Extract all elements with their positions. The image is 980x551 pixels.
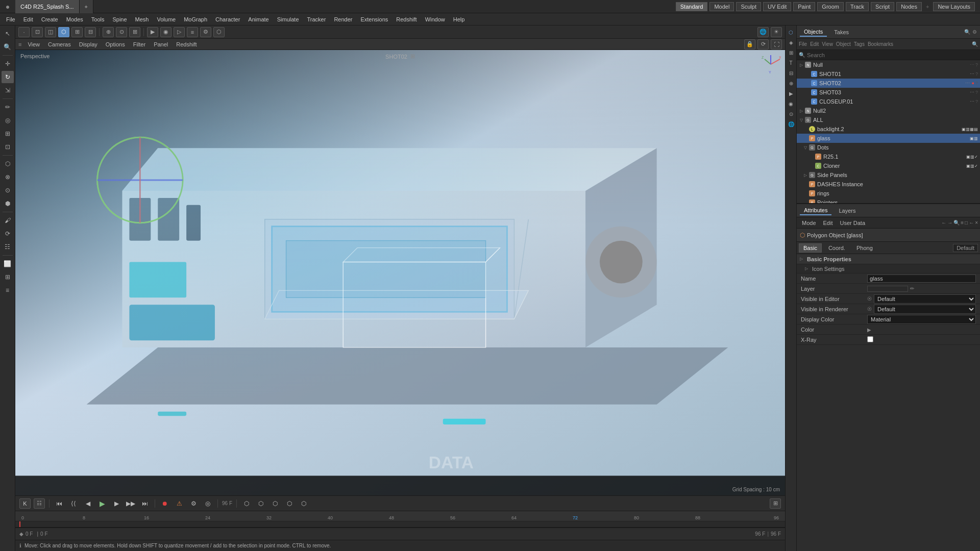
expand-icon[interactable]: ▷ [799,62,804,67]
basic-properties-section[interactable]: ▷ Basic Properties [797,254,980,264]
objects-settings-icon[interactable]: ⚙ [972,29,977,35]
subbar-options[interactable]: Options [104,41,127,47]
list-item[interactable]: P DASHES Instance [797,180,980,189]
record-active[interactable]: ⏺ [159,498,170,509]
layout-model[interactable]: Model [709,2,734,11]
attributes-tab[interactable]: Attributes [800,206,831,215]
tool-floor[interactable]: ⬜ [2,258,14,270]
auto-key[interactable]: K [19,498,31,509]
attr-pin-icon[interactable]: ← [969,220,974,226]
vis-editor-toggle[interactable]: ☉ [867,296,872,302]
list-item[interactable]: ▷ G Side Panels [797,170,980,180]
render-all[interactable]: ▷ [174,27,185,37]
keyframe-area[interactable] [15,521,785,528]
tool-camera-extra[interactable]: ⊞ [2,271,14,283]
menu-extensions[interactable]: Extensions [356,15,392,23]
timeline-extra-5[interactable]: ⬡ [298,498,309,509]
subbar-filter[interactable]: Filter [131,41,148,47]
layout-paint[interactable]: Paint [793,2,815,11]
tab-coord[interactable]: Coord. [824,243,850,253]
list-item[interactable]: C CLOSEUP.01 ⋯ ? [797,97,980,106]
objects-tab[interactable]: Objects [800,28,827,37]
menu-mesh[interactable]: Mesh [131,15,153,23]
menu-volume[interactable]: Volume [153,15,180,23]
viewport-menu-icon[interactable]: ≡ [18,41,21,47]
list-item[interactable]: ▽ G Dots [797,143,980,152]
subbar-view[interactable]: View [26,41,42,47]
menu-mograph[interactable]: MoGraph [180,15,211,23]
layout-script[interactable]: Script [871,2,894,11]
edges-mode[interactable]: ⊡ [32,27,43,37]
tool-move[interactable]: ✛ [2,58,14,70]
menu-edit[interactable]: Edit [19,15,37,23]
attr-close-icon[interactable]: × [975,220,978,226]
points-mode[interactable]: · [18,27,30,37]
last-frame-btn[interactable]: ⏭ [139,498,151,509]
subbar-cameras[interactable]: Cameras [46,41,73,47]
main-tab[interactable]: C4D R25_Splash S... [15,0,80,13]
menu-character[interactable]: Character [211,15,244,23]
object-mode[interactable]: ⬡ [58,27,69,37]
layout-uvedit[interactable]: UV Edit [763,2,791,11]
layout-nodes[interactable]: Nodes [896,2,922,11]
menu-tools[interactable]: Tools [87,15,109,23]
menu-tracker[interactable]: Tracker [303,15,330,23]
motion-clip[interactable]: ◎ [202,498,213,509]
layer-swatch[interactable] [867,286,908,292]
next-key-btn[interactable]: ▶▶ [125,498,136,509]
viewport-icon[interactable]: ◉ [787,99,796,108]
list-item[interactable]: ▽ G ALL [797,115,980,124]
workplane[interactable]: ⊟ [85,27,96,37]
timeline-extra-4[interactable]: ⬡ [284,498,295,509]
attr-mode[interactable]: Mode [799,219,819,227]
tool-ring-select[interactable]: ⊡ [2,141,14,153]
prev-frame-btn[interactable]: ◀ [82,498,93,509]
tool-extrude[interactable]: ⬡ [2,158,14,170]
redshift-render[interactable]: ⬡ [213,27,225,37]
coord-icon[interactable]: ⊕ [787,79,796,88]
list-item[interactable]: ▷ N Null ⋯ ? [797,60,980,69]
attr-forward-icon[interactable]: → [947,220,952,226]
timeline-icon[interactable]: ⊞ [787,48,796,57]
search-objects-icon[interactable]: 🔍 [964,29,970,35]
obj-view-label[interactable]: View [822,41,833,47]
tool-align[interactable]: ≡ [2,284,14,296]
snap-enable[interactable]: ⊕ [103,27,114,37]
menu-animate[interactable]: Animate [244,15,273,23]
default-label[interactable]: Default [953,244,978,252]
layout-sculpt[interactable]: Sculpt [736,2,761,11]
play-btn[interactable]: ▶ [96,498,108,509]
subbar-panel[interactable]: Panel [152,41,170,47]
world-view-icon[interactable]: 🌐 [787,119,796,129]
list-item[interactable]: L backlight.2 ▣▥▦▤ [797,124,980,134]
render-queue[interactable]: ≡ [187,27,198,37]
tool-bevel[interactable]: ⬢ [2,197,14,210]
tab-basic[interactable]: Basic [799,243,822,253]
material-icon[interactable]: ◈ [787,38,796,47]
layers-tab[interactable]: Layers [835,207,860,215]
menu-help[interactable]: Help [449,15,469,23]
new-tab-button[interactable]: + [80,0,93,13]
attr-userdata[interactable]: User Data [837,219,869,227]
record-all[interactable]: ⚠ [174,498,185,509]
tool-knife[interactable]: ⊗ [2,171,14,183]
visible-renderer-select[interactable]: Default On Off [874,305,976,314]
expand-icon[interactable]: ▷ [803,172,808,178]
display-color-select[interactable]: Material Layer Custom [867,315,976,324]
tool-paint[interactable]: 🖌 [2,214,14,227]
timeline-edit[interactable]: ⊞ [770,498,781,509]
tool-select[interactable]: ↖ [2,28,14,40]
tool-magnet[interactable]: ☷ [2,241,14,253]
expand-icon[interactable]: ▽ [799,117,804,122]
viewport-sync[interactable]: ⟳ [757,39,769,49]
tool-live-select[interactable]: ◎ [2,114,14,127]
list-item[interactable]: ▷ N Null2 [797,106,980,115]
list-item[interactable]: C Cloner ▣▥✓ [797,161,980,170]
obj-edit-label[interactable]: Edit [810,41,819,47]
key-type[interactable]: ☷ [34,498,45,509]
list-item[interactable]: P rings [797,189,980,198]
viewport-lock[interactable]: 🔒 [744,39,755,49]
menu-create[interactable]: Create [37,15,62,23]
tool-twist[interactable]: ⟳ [2,228,14,240]
new-layouts-button[interactable]: New Layouts [933,2,975,11]
